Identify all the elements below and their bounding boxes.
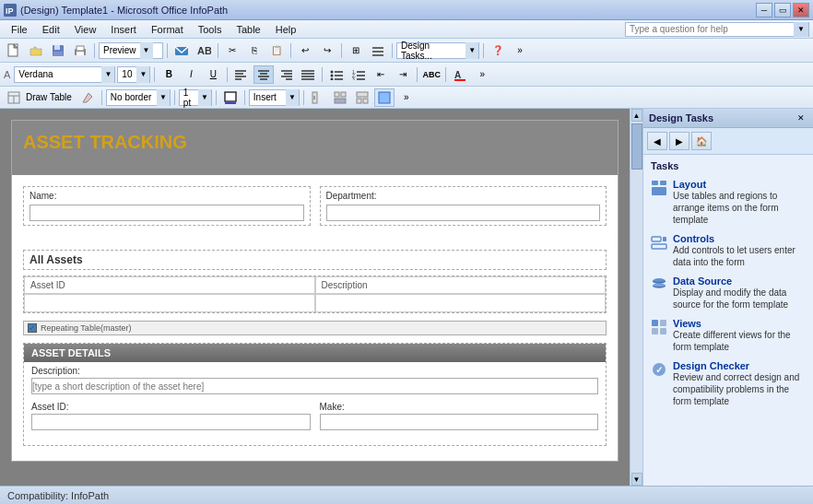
bullets-button[interactable] bbox=[326, 65, 347, 84]
expand-toolbar-button[interactable]: » bbox=[510, 41, 530, 60]
scroll-up-arrow[interactable]: ▲ bbox=[631, 109, 642, 122]
vertical-scrollbar[interactable]: ▲ ▼ bbox=[630, 109, 642, 486]
form-container: ASSET TRACKING Name: Department: bbox=[11, 120, 619, 462]
layout-task-name[interactable]: Layout bbox=[673, 179, 806, 190]
layout-task-desc: Use tables and regions to arrange items … bbox=[673, 190, 806, 226]
merge-cells-button[interactable] bbox=[330, 88, 350, 107]
border-style-arrow[interactable]: ▼ bbox=[157, 89, 170, 106]
task-item-views[interactable]: Views Create different views for the for… bbox=[643, 314, 813, 357]
menu-tools[interactable]: Tools bbox=[191, 22, 230, 37]
email-button[interactable] bbox=[171, 41, 192, 60]
justify-button[interactable] bbox=[298, 65, 318, 84]
print-button[interactable] bbox=[70, 41, 90, 60]
menu-bar: File Edit View Insert Format Tools Table… bbox=[0, 20, 813, 39]
copy-button[interactable]: ⎘ bbox=[244, 41, 265, 60]
close-button[interactable]: ✕ bbox=[793, 3, 809, 18]
paste-button[interactable]: 📋 bbox=[266, 41, 287, 60]
panel-forward-btn[interactable]: ▶ bbox=[669, 132, 689, 150]
toolbar-separator-1 bbox=[94, 43, 95, 58]
border-size-dropdown[interactable]: 1 pt ▼ bbox=[179, 89, 212, 106]
menu-format[interactable]: Format bbox=[144, 22, 191, 37]
undo-button[interactable]: ↩ bbox=[295, 41, 315, 60]
decrease-indent-button[interactable]: ⇤ bbox=[371, 65, 391, 84]
panel-back-btn[interactable]: ◀ bbox=[647, 132, 667, 150]
save-button[interactable] bbox=[48, 41, 68, 60]
minimize-button[interactable]: ─ bbox=[756, 3, 772, 18]
asset-id-cell[interactable] bbox=[24, 294, 315, 312]
numbering-button[interactable]: 1.2.3. bbox=[348, 65, 369, 84]
menu-help[interactable]: Help bbox=[268, 22, 304, 37]
restore-button[interactable]: ▭ bbox=[774, 3, 791, 18]
draw-table-icon[interactable] bbox=[4, 88, 24, 107]
task-item-layout[interactable]: Layout Use tables and regions to arrange… bbox=[643, 175, 813, 229]
task-item-datasource[interactable]: Data Source Display and modify the data … bbox=[643, 272, 813, 314]
preview-arrow[interactable]: ▼ bbox=[140, 42, 153, 59]
design-tasks-dropdown[interactable]: Design Tasks... ▼ bbox=[396, 42, 479, 59]
controls-task-name[interactable]: Controls bbox=[673, 233, 806, 244]
split-cells-button[interactable] bbox=[352, 88, 372, 107]
menu-edit[interactable]: Edit bbox=[35, 22, 67, 37]
insert-table-button[interactable]: ⊞ bbox=[346, 41, 366, 60]
help-search-input[interactable] bbox=[626, 24, 794, 34]
border-color-button[interactable] bbox=[220, 88, 241, 107]
align-left-button[interactable] bbox=[231, 65, 252, 84]
font-select[interactable]: Verdana ▼ bbox=[14, 66, 115, 83]
menu-view[interactable]: View bbox=[67, 22, 104, 37]
checker-task-name[interactable]: Design Checker bbox=[673, 360, 806, 371]
help-search-box[interactable]: ▼ bbox=[625, 22, 809, 37]
erase-button[interactable] bbox=[77, 88, 98, 107]
insert-dropdown[interactable]: Insert ▼ bbox=[249, 89, 300, 106]
align-center-button[interactable] bbox=[253, 65, 274, 84]
more-button[interactable] bbox=[368, 41, 388, 60]
new-button[interactable] bbox=[4, 41, 24, 60]
redo-button[interactable]: ↪ bbox=[317, 41, 337, 60]
window-controls[interactable]: ─ ▭ ✕ bbox=[756, 3, 809, 18]
task-item-checker[interactable]: ✓ Design Checker Review and correct desi… bbox=[643, 357, 813, 411]
help-search-arrow[interactable]: ▼ bbox=[794, 22, 808, 37]
table-expand-button[interactable]: » bbox=[396, 88, 417, 107]
scroll-down-arrow[interactable]: ▼ bbox=[631, 473, 642, 486]
font-size-select[interactable]: 10 ▼ bbox=[117, 66, 150, 83]
datasource-task-name[interactable]: Data Source bbox=[673, 275, 806, 287]
bold-button[interactable]: B bbox=[159, 65, 179, 84]
font-color-button[interactable]: A bbox=[450, 65, 470, 84]
menu-table[interactable]: Table bbox=[229, 22, 267, 37]
align-right-button[interactable] bbox=[276, 65, 296, 84]
preview-dropdown[interactable]: Preview ▼ bbox=[99, 42, 163, 59]
border-size-arrow[interactable]: ▼ bbox=[198, 89, 211, 106]
description-detail-input[interactable] bbox=[31, 378, 598, 394]
design-tasks-arrow[interactable]: ▼ bbox=[465, 42, 478, 59]
cut-button[interactable]: ✂ bbox=[222, 41, 242, 60]
task-item-controls[interactable]: Controls Add controls to let users enter… bbox=[643, 229, 813, 272]
delete-col-button[interactable] bbox=[308, 88, 328, 107]
panel-home-btn[interactable]: 🏠 bbox=[691, 132, 712, 150]
spell-check-btn[interactable]: ABC bbox=[421, 65, 442, 84]
insert-arrow[interactable]: ▼ bbox=[286, 89, 299, 106]
make-input[interactable] bbox=[320, 414, 599, 430]
fontsize-dropdown-arrow[interactable]: ▼ bbox=[136, 66, 149, 83]
font-dropdown-arrow[interactable]: ▼ bbox=[101, 66, 114, 83]
description-cell[interactable] bbox=[315, 294, 607, 312]
department-input[interactable] bbox=[326, 205, 601, 221]
increase-indent-button[interactable]: ⇥ bbox=[393, 65, 413, 84]
help-button[interactable]: ❓ bbox=[488, 41, 508, 60]
name-input[interactable] bbox=[29, 205, 304, 221]
scroll-thumb[interactable] bbox=[631, 123, 642, 170]
border-style-dropdown[interactable]: No border ▼ bbox=[106, 89, 171, 106]
underline-button[interactable]: U bbox=[203, 65, 223, 84]
asset-id-detail-input[interactable] bbox=[31, 414, 311, 430]
make-field: Make: bbox=[320, 402, 599, 430]
spell-button[interactable]: ABC bbox=[194, 41, 214, 60]
toolbar-separator-4 bbox=[290, 43, 291, 58]
italic-button[interactable]: I bbox=[181, 65, 201, 84]
views-task-name[interactable]: Views bbox=[673, 318, 806, 329]
status-text: Compatibility: InfoPath bbox=[7, 490, 109, 501]
table-sep-5 bbox=[303, 90, 304, 105]
menu-file[interactable]: File bbox=[4, 22, 35, 37]
open-button[interactable] bbox=[26, 41, 46, 60]
format-expand-button[interactable]: » bbox=[472, 65, 492, 84]
table-bg-button[interactable] bbox=[374, 88, 395, 107]
svg-rect-68 bbox=[660, 320, 666, 326]
menu-insert[interactable]: Insert bbox=[103, 22, 144, 37]
panel-close-btn[interactable]: ✕ bbox=[795, 111, 807, 124]
